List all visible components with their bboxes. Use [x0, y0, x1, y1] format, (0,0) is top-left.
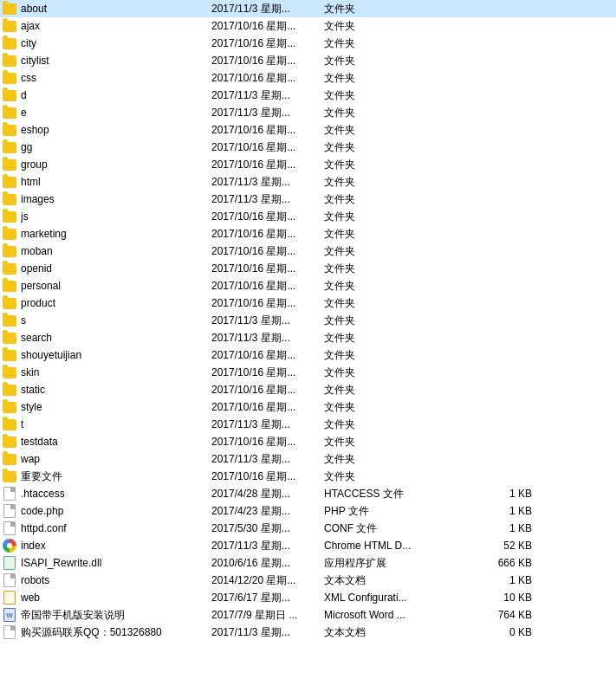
file-date: 2017/10/16 星期... — [211, 71, 324, 86]
file-date: 2017/11/3 星期... — [211, 417, 324, 432]
file-type: PHP 文件 — [324, 504, 463, 519]
file-name: code.php — [21, 505, 211, 517]
folder-icon — [2, 417, 17, 431]
table-row[interactable]: ajax2017/10/16 星期...文件夹 — [0, 17, 616, 35]
folder-icon — [2, 19, 17, 33]
file-date: 2010/6/16 星期... — [211, 556, 324, 571]
table-row[interactable]: wap2017/11/3 星期...文件夹 — [0, 450, 616, 468]
file-date: 2017/11/3 星期... — [211, 106, 324, 120]
table-row[interactable]: web2017/6/17 星期...XML Configurati...10 K… — [0, 589, 616, 606]
file-name: search — [21, 332, 211, 344]
file-type: 文件夹 — [324, 210, 463, 224]
file-type: 文件夹 — [324, 365, 463, 380]
table-row[interactable]: code.php2017/4/23 星期...PHP 文件1 KB — [0, 502, 616, 520]
file-date: 2014/12/20 星期... — [211, 573, 324, 588]
folder-icon — [2, 365, 17, 379]
table-row[interactable]: group2017/10/16 星期...文件夹 — [0, 156, 616, 173]
folder-icon — [2, 469, 17, 483]
table-row[interactable]: t2017/11/3 星期...文件夹 — [0, 416, 616, 433]
file-name: css — [21, 72, 211, 84]
table-row[interactable]: citylist2017/10/16 星期...文件夹 — [0, 52, 616, 69]
folder-icon — [2, 2, 17, 16]
table-row[interactable]: eshop2017/10/16 星期...文件夹 — [0, 121, 616, 139]
table-row[interactable]: js2017/10/16 星期...文件夹 — [0, 208, 616, 225]
table-row[interactable]: W帝国带手机版安装说明2017/7/9 星期日 ...Microsoft Wor… — [0, 606, 616, 624]
file-size: 10 KB — [463, 592, 532, 604]
table-row[interactable]: d2017/11/3 星期...文件夹 — [0, 87, 616, 104]
table-row[interactable]: .htaccess2017/4/28 星期...HTACCESS 文件1 KB — [0, 485, 616, 502]
table-row[interactable]: 重要文件2017/10/16 星期...文件夹 — [0, 468, 616, 485]
folder-icon — [2, 175, 17, 189]
file-type: 文件夹 — [324, 452, 463, 467]
file-icon — [2, 487, 17, 501]
file-name: static — [21, 384, 211, 396]
file-type: 文件夹 — [324, 279, 463, 294]
file-type: 文件夹 — [324, 400, 463, 415]
table-row[interactable]: about2017/11/3 星期...文件夹 — [0, 0, 616, 17]
table-row[interactable]: style2017/10/16 星期...文件夹 — [0, 398, 616, 416]
file-date: 2017/10/16 星期... — [211, 244, 324, 259]
file-date: 2017/11/3 星期... — [211, 2, 324, 16]
folder-icon — [2, 262, 17, 275]
file-name: moban — [21, 245, 211, 257]
file-type: 文件夹 — [324, 36, 463, 51]
dll-icon — [2, 556, 17, 570]
file-date: 2017/10/16 星期... — [211, 348, 324, 363]
table-row[interactable]: robots2014/12/20 星期...文本文档1 KB — [0, 572, 616, 589]
table-row[interactable]: e2017/11/3 星期...文件夹 — [0, 104, 616, 121]
table-row[interactable]: shouyetuijian2017/10/16 星期...文件夹 — [0, 346, 616, 364]
table-row[interactable]: html2017/11/3 星期...文件夹 — [0, 173, 616, 191]
file-size: 1 KB — [463, 574, 532, 586]
file-date: 2017/10/16 星期... — [211, 296, 324, 311]
file-type: 文件夹 — [324, 262, 463, 276]
table-row[interactable]: gg2017/10/16 星期...文件夹 — [0, 139, 616, 156]
file-name: group — [21, 158, 211, 171]
file-icon — [2, 504, 17, 518]
file-name: about — [21, 3, 211, 15]
table-row[interactable]: httpd.conf2017/5/30 星期...CONF 文件1 KB — [0, 520, 616, 537]
file-date: 2017/10/16 星期... — [211, 262, 324, 276]
table-row[interactable]: moban2017/10/16 星期...文件夹 — [0, 243, 616, 260]
file-date: 2017/10/16 星期... — [211, 227, 324, 242]
file-name: .htaccess — [21, 488, 211, 500]
table-row[interactable]: city2017/10/16 星期...文件夹 — [0, 35, 616, 52]
file-type: 应用程序扩展 — [324, 556, 463, 571]
file-date: 2017/10/16 星期... — [211, 36, 324, 51]
file-date: 2017/7/9 星期日 ... — [211, 608, 324, 623]
table-row[interactable]: skin2017/10/16 星期...文件夹 — [0, 364, 616, 381]
file-date: 2017/6/17 星期... — [211, 591, 324, 605]
table-row[interactable]: product2017/10/16 星期...文件夹 — [0, 294, 616, 312]
file-type: 文件夹 — [324, 296, 463, 311]
file-date: 2017/4/28 星期... — [211, 487, 324, 501]
table-row[interactable]: static2017/10/16 星期...文件夹 — [0, 381, 616, 398]
table-row[interactable]: testdata2017/10/16 星期...文件夹 — [0, 433, 616, 450]
table-row[interactable]: images2017/11/3 星期...文件夹 — [0, 191, 616, 208]
folder-icon — [2, 158, 17, 171]
table-row[interactable]: personal2017/10/16 星期...文件夹 — [0, 277, 616, 294]
table-row[interactable]: index2017/11/3 星期...Chrome HTML D...52 K… — [0, 537, 616, 554]
file-type: 文件夹 — [324, 140, 463, 155]
table-row[interactable]: marketing2017/10/16 星期...文件夹 — [0, 225, 616, 243]
file-date: 2017/10/16 星期... — [211, 469, 324, 484]
file-date: 2017/11/3 星期... — [211, 331, 324, 346]
file-type: 文件夹 — [324, 106, 463, 120]
folder-icon — [2, 314, 17, 327]
file-size: 1 KB — [463, 505, 532, 517]
folder-icon — [2, 244, 17, 258]
table-row[interactable]: ISAPI_Rewrite.dll2010/6/16 星期...应用程序扩展66… — [0, 554, 616, 572]
table-row[interactable]: search2017/11/3 星期...文件夹 — [0, 329, 616, 346]
folder-icon — [2, 348, 17, 362]
file-date: 2017/10/16 星期... — [211, 19, 324, 34]
file-type: 文件夹 — [324, 192, 463, 207]
file-date: 2017/10/16 星期... — [211, 140, 324, 155]
table-row[interactable]: 购买源码联系QQ：5013268802017/11/3 星期...文本文档0 K… — [0, 624, 616, 641]
table-row[interactable]: openid2017/10/16 星期...文件夹 — [0, 260, 616, 277]
folder-icon — [2, 54, 17, 68]
file-date: 2017/10/16 星期... — [211, 54, 324, 68]
table-row[interactable]: css2017/10/16 星期...文件夹 — [0, 69, 616, 87]
file-type: 文件夹 — [324, 469, 463, 484]
table-row[interactable]: s2017/11/3 星期...文件夹 — [0, 312, 616, 329]
file-type: 文件夹 — [324, 88, 463, 103]
file-name: ISAPI_Rewrite.dll — [21, 557, 211, 569]
folder-icon — [2, 383, 17, 397]
